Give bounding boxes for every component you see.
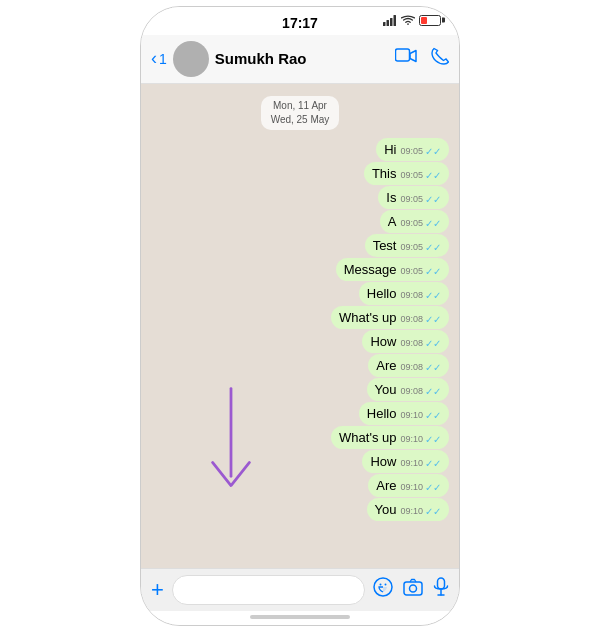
status-time: 17:17 xyxy=(282,15,318,31)
message-ticks: ✓✓ xyxy=(425,386,441,397)
message-input[interactable] xyxy=(172,575,365,605)
message-text: Message xyxy=(344,262,397,277)
message-bubble: What's up09:08✓✓ xyxy=(331,306,449,329)
message-time: 09:05 xyxy=(400,242,423,252)
input-bar: + xyxy=(141,568,459,611)
message-meta: 09:10✓✓ xyxy=(400,482,441,493)
message-ticks: ✓✓ xyxy=(425,506,441,517)
sticker-icon[interactable] xyxy=(373,577,393,602)
plus-button[interactable]: + xyxy=(151,579,164,601)
message-bubble: You09:08✓✓ xyxy=(367,378,449,401)
video-call-icon[interactable] xyxy=(395,48,417,69)
message-time: 09:10 xyxy=(400,410,423,420)
message-time: 09:08 xyxy=(400,314,423,324)
message-row: This09:05✓✓ xyxy=(151,162,449,185)
chat-body[interactable]: Mon, 11 Apr Wed, 25 May Hi09:05✓✓This09:… xyxy=(141,84,459,568)
message-ticks: ✓✓ xyxy=(425,362,441,373)
message-bubble: You09:10✓✓ xyxy=(367,498,449,521)
avatar[interactable] xyxy=(173,41,209,77)
message-meta: 09:10✓✓ xyxy=(400,506,441,517)
wifi-icon xyxy=(401,15,415,26)
message-bubble: Hello09:08✓✓ xyxy=(359,282,449,305)
message-meta: 09:05✓✓ xyxy=(400,266,441,277)
message-bubble: Are09:10✓✓ xyxy=(368,474,449,497)
message-ticks: ✓✓ xyxy=(425,218,441,229)
message-time: 09:05 xyxy=(400,170,423,180)
message-text: Hello xyxy=(367,406,397,421)
message-time: 09:10 xyxy=(400,482,423,492)
svg-rect-1 xyxy=(387,20,390,26)
message-row: Hello09:08✓✓ xyxy=(151,282,449,305)
message-bubble: Hello09:10✓✓ xyxy=(359,402,449,425)
svg-rect-2 xyxy=(390,18,393,26)
message-bubble: What's up09:10✓✓ xyxy=(331,426,449,449)
home-bar xyxy=(250,615,350,619)
message-time: 09:08 xyxy=(400,290,423,300)
message-bubble: Hi09:05✓✓ xyxy=(376,138,449,161)
back-count: 1 xyxy=(159,51,167,67)
svg-point-6 xyxy=(380,584,382,586)
status-icons xyxy=(383,15,441,26)
message-row: You09:10✓✓ xyxy=(151,498,449,521)
svg-rect-4 xyxy=(396,49,410,61)
message-time: 09:10 xyxy=(400,458,423,468)
messages-container: Hi09:05✓✓This09:05✓✓Is09:05✓✓A09:05✓✓Tes… xyxy=(151,138,449,522)
message-time: 09:10 xyxy=(400,506,423,516)
phone-icon[interactable] xyxy=(431,47,449,70)
message-row: What's up09:10✓✓ xyxy=(151,426,449,449)
message-ticks: ✓✓ xyxy=(425,146,441,157)
message-text: What's up xyxy=(339,430,396,445)
message-meta: 09:10✓✓ xyxy=(400,434,441,445)
status-bar: 17:17 xyxy=(141,7,459,35)
message-time: 09:08 xyxy=(400,386,423,396)
message-ticks: ✓✓ xyxy=(425,458,441,469)
message-bubble: How09:08✓✓ xyxy=(362,330,449,353)
battery-icon xyxy=(419,15,441,26)
svg-point-9 xyxy=(410,585,417,592)
message-row: Test09:05✓✓ xyxy=(151,234,449,257)
message-row: Are09:08✓✓ xyxy=(151,354,449,377)
message-text: Are xyxy=(376,358,396,373)
camera-icon[interactable] xyxy=(403,578,423,601)
message-time: 09:05 xyxy=(400,266,423,276)
message-ticks: ✓✓ xyxy=(425,338,441,349)
message-text: Is xyxy=(386,190,396,205)
message-row: How09:10✓✓ xyxy=(151,450,449,473)
message-meta: 09:08✓✓ xyxy=(400,314,441,325)
message-text: You xyxy=(375,382,397,397)
message-row: How09:08✓✓ xyxy=(151,330,449,353)
svg-point-7 xyxy=(385,584,387,586)
message-meta: 09:05✓✓ xyxy=(400,146,441,157)
message-bubble: Is09:05✓✓ xyxy=(378,186,449,209)
message-text: What's up xyxy=(339,310,396,325)
mic-icon[interactable] xyxy=(433,577,449,602)
message-row: You09:08✓✓ xyxy=(151,378,449,401)
back-button[interactable]: ‹ 1 xyxy=(151,48,167,69)
message-ticks: ✓✓ xyxy=(425,314,441,325)
message-ticks: ✓✓ xyxy=(425,170,441,181)
message-bubble: A09:05✓✓ xyxy=(380,210,449,233)
message-text: How xyxy=(370,334,396,349)
message-meta: 09:05✓✓ xyxy=(400,218,441,229)
message-meta: 09:10✓✓ xyxy=(400,458,441,469)
message-meta: 09:08✓✓ xyxy=(400,386,441,397)
message-meta: 09:05✓✓ xyxy=(400,242,441,253)
message-text: Are xyxy=(376,478,396,493)
message-time: 09:08 xyxy=(400,362,423,372)
message-time: 09:05 xyxy=(400,146,423,156)
svg-rect-10 xyxy=(438,578,445,589)
contact-name[interactable]: Sumukh Rao xyxy=(215,50,389,67)
phone-frame: 17:17 ‹ 1 xyxy=(140,6,460,626)
message-ticks: ✓✓ xyxy=(425,290,441,301)
message-ticks: ✓✓ xyxy=(425,482,441,493)
svg-rect-0 xyxy=(383,22,386,26)
message-row: Hi09:05✓✓ xyxy=(151,138,449,161)
message-bubble: This09:05✓✓ xyxy=(364,162,449,185)
message-meta: 09:08✓✓ xyxy=(400,362,441,373)
message-text: Test xyxy=(373,238,397,253)
message-time: 09:05 xyxy=(400,218,423,228)
svg-rect-3 xyxy=(394,15,397,26)
message-text: You xyxy=(375,502,397,517)
message-row: What's up09:08✓✓ xyxy=(151,306,449,329)
message-meta: 09:08✓✓ xyxy=(400,290,441,301)
